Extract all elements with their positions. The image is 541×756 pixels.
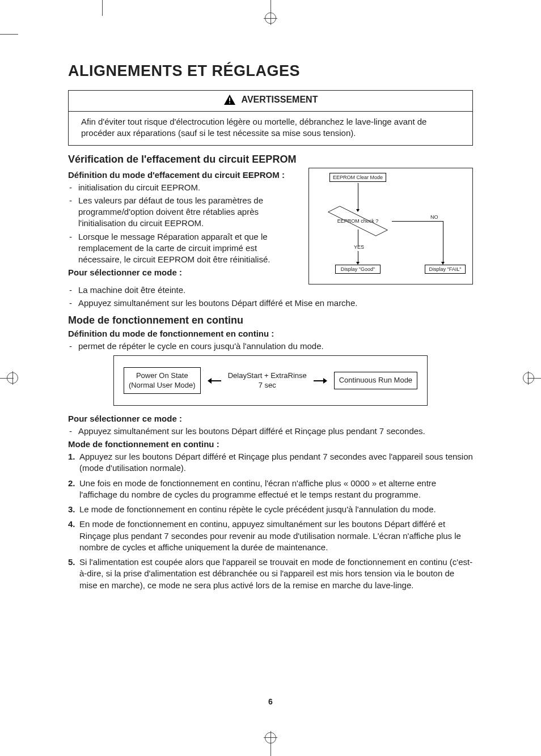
flow-start-box: EEPROM Clear Mode [329,173,386,182]
diagram-box-left: Power On State (Normal User Mode) [124,367,201,394]
list-item: En mode de fonctionnement en continu, ap… [68,519,473,553]
warning-icon [223,94,236,105]
list-item: Appuyez sur les boutons Départ différé e… [68,451,473,474]
register-mark-left [0,367,23,389]
eeprom-select-heading: Pour sélectionner ce mode : [68,267,298,277]
diagram-text: 7 sec [228,381,307,390]
warning-heading: AVERTISSEMENT [242,95,318,105]
register-mark-bottom [231,733,310,756]
list-item: Appuyez simultanément sur les boutons Dé… [68,298,473,309]
continuous-heading: Mode de fonctionnement en continu [68,315,473,326]
list-item: initialisation du circuit EEPROM. [68,182,298,193]
list-item: Appuyez simultanément sur les boutons Dé… [68,426,473,437]
warning-header-row: AVERTISSEMENT [69,91,472,112]
flow-decision-label: EEPROM check ? [324,213,392,230]
flow-good-box: Display "Good" [335,265,381,274]
register-mark-top [231,0,310,23]
continuous-mode-heading: Mode de fonctionnement en continu : [68,439,473,449]
list-item: La machine doit être éteinte. [68,284,473,296]
diagram-text: Power On State [129,371,196,380]
diagram-text: (Normal User Mode) [129,381,196,390]
continuous-def-heading: Définition du mode de fonctionnement en … [68,329,473,338]
diagram-box-right: Continuous Run Mode [334,372,417,389]
eeprom-text-column: Définition du mode d'effacement du circu… [68,168,298,280]
page-title: ALIGNEMENTS ET RÉGLAGES [68,62,473,80]
arrow-right-icon [314,378,327,384]
eeprom-def-list: initialisation du circuit EEPROM. Les va… [68,182,298,266]
crop-mark [0,34,18,35]
page: ALIGNEMENTS ET RÉGLAGES AVERTISSEMENT Af… [0,0,541,756]
diagram-mid: DelayStart + ExtraRinse 7 sec [228,371,307,390]
content-area: ALIGNEMENTS ET RÉGLAGES AVERTISSEMENT Af… [68,62,473,594]
crop-mark [102,0,103,16]
flow-no-label: NO [430,214,438,220]
warning-box: AVERTISSEMENT Afin d'éviter tout risque … [68,90,473,146]
flow-fail-box: Display "FAIL" [425,265,466,274]
continuous-select-list: Appuyez simultanément sur les boutons Dé… [68,426,473,437]
svg-rect-0 [229,97,230,101]
eeprom-select-list: La machine doit être éteinte. Appuyez si… [68,284,473,309]
warning-body: Afin d'éviter tout risque d'électrocutio… [69,112,472,139]
svg-rect-1 [229,103,230,104]
continuous-steps: Appuyez sur les boutons Départ différé e… [68,451,473,591]
list-item: Les valeurs par défaut de tous les param… [68,195,298,230]
continuous-diagram: Power On State (Normal User Mode) DelayS… [113,355,428,406]
eeprom-flowchart: EEPROM Clear Mode EEPROM check ? NO Disp… [308,168,473,284]
eeprom-heading: Vérification de l'effacement du circuit … [68,154,473,165]
diagram-text: DelayStart + ExtraRinse [228,371,307,380]
flow-yes-label: YES [354,244,364,250]
register-mark-right [518,367,541,389]
list-item: Le mode de fonctionnement en continu rép… [68,504,473,515]
flow-decision: EEPROM check ? [324,213,392,230]
arrow-left-icon [208,378,221,384]
list-item: Lorsque le message Réparation apparaît e… [68,231,298,266]
continuous-def-list: permet de répéter le cycle en cours jusq… [68,341,473,352]
list-item: Une fois en mode de fonctionnement en co… [68,478,473,501]
continuous-select-heading: Pour sélectionner ce mode : [68,414,473,423]
eeprom-def-heading: Définition du mode d'effacement du circu… [68,170,298,180]
list-item: Si l'alimentation est coupée alors que l… [68,557,473,591]
list-item: permet de répéter le cycle en cours jusq… [68,341,473,352]
page-number: 6 [268,697,273,706]
